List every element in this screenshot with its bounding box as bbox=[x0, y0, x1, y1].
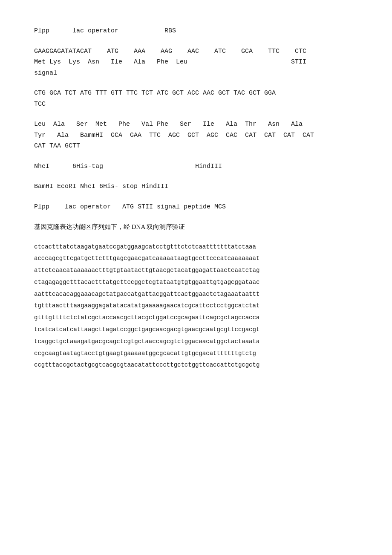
line-s3-1: TCC bbox=[34, 99, 358, 110]
section-s2: GAAGGAGATATACAT ATG AAA AAG AAC ATC GCA … bbox=[34, 46, 358, 79]
line-s2-2: signal bbox=[34, 68, 358, 79]
section-s9: ctcactttatctaagatgaatccgatggaagcatcctgtt… bbox=[34, 242, 358, 371]
section-s4: Leu Ala Ser Met Phe Val Phe Ser Ile Ala … bbox=[34, 119, 358, 152]
line-s2-1: Met Lys Lys Asn Ile Ala Phe Leu STII bbox=[34, 57, 358, 68]
line-s9-3: ctagagaggctttacactttatgcttccggctcgtataat… bbox=[34, 278, 358, 288]
line-s8-0: 基因克隆表达功能区序列如下，经 DNA 双向测序验证 bbox=[34, 222, 358, 233]
line-s9-5: tgtttaactttaagaaggagatatacatatgaaaaagaac… bbox=[34, 301, 358, 311]
section-s7: Plpp lac operator ATG—STII signal peptid… bbox=[34, 202, 358, 213]
line-s9-10: ccgtttaccgctactgcgtcacgcgtaacatattcccttg… bbox=[34, 360, 358, 370]
line-s9-0: ctcactttatctaagatgaatccgatggaagcatcctgtt… bbox=[34, 242, 358, 252]
line-s3-0: CTG GCA TCT ATG TTT GTT TTC TCT ATC GCT … bbox=[34, 88, 358, 99]
line-s9-7: tcatcatcatcattaagcttagatccggctgagcaacgac… bbox=[34, 325, 358, 335]
line-s9-1: acccagcgttcgatgcttctttgagcgaacgatcaaaaat… bbox=[34, 254, 358, 264]
line-s4-0: Leu Ala Ser Met Phe Val Phe Ser Ile Ala … bbox=[34, 119, 358, 130]
line-s9-4: aatttcacacaggaaacagctatgaccatgattacggatt… bbox=[34, 289, 358, 300]
line-s6-0: BamHI EcoRI NheI 6His- stop HindIII bbox=[34, 181, 358, 192]
line-s9-8: tcaggctgctaaagatgacgcagctcgtgctaaccagcgt… bbox=[34, 337, 358, 347]
line-s4-1: Tyr Ala BammHI GCA GAA TTC AGC GCT AGC C… bbox=[34, 130, 358, 141]
line-s7-0: Plpp lac operator ATG—STII signal peptid… bbox=[34, 202, 358, 213]
line-s9-9: ccgcaagtaatagtacctgtgaagtgaaaaatggcgcaca… bbox=[34, 349, 358, 359]
line-s9-6: gtttgttttctctatcgctaccaacgcttacgctggatcc… bbox=[34, 313, 358, 323]
section-s3: CTG GCA TCT ATG TTT GTT TTC TCT ATC GCT … bbox=[34, 88, 358, 110]
section-s8: 基因克隆表达功能区序列如下，经 DNA 双向测序验证 bbox=[34, 222, 358, 233]
line-s4-2: CAT TAA GCTT bbox=[34, 141, 358, 152]
line-s5-0: NheI 6His-tag HindIII bbox=[34, 161, 358, 172]
section-s6: BamHI EcoRI NheI 6His- stop HindIII bbox=[34, 181, 358, 192]
line-s1-0: Plpp lac operator RBS bbox=[34, 26, 358, 37]
page-content: Plpp lac operator RBSGAAGGAGATATACAT ATG… bbox=[34, 26, 358, 370]
section-s5: NheI 6His-tag HindIII bbox=[34, 161, 358, 172]
line-s9-2: attctcaacataaaaaactttgtgtaatacttgtaacgct… bbox=[34, 266, 358, 276]
line-s2-0: GAAGGAGATATACAT ATG AAA AAG AAC ATC GCA … bbox=[34, 46, 358, 57]
section-s1: Plpp lac operator RBS bbox=[34, 26, 358, 37]
